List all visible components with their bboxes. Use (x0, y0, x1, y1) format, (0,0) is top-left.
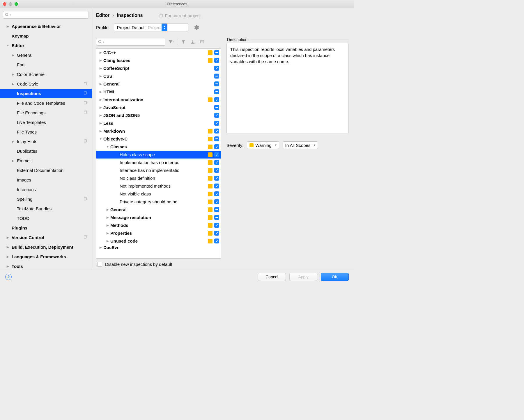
inspection-label: Hides class scope (117, 152, 208, 157)
inspection-row[interactable]: No class definition (96, 174, 221, 182)
sidebar-item[interactable]: Images (0, 175, 92, 185)
inspection-row[interactable]: ▶Markdown (96, 127, 221, 135)
reset-button[interactable] (198, 38, 206, 46)
inspection-checkbox[interactable] (214, 215, 219, 220)
profile-settings-button[interactable] (192, 24, 200, 31)
help-button[interactable]: ? (5, 274, 12, 280)
sidebar-item[interactable]: ▶Color Scheme (0, 70, 92, 79)
inspection-row[interactable]: Not visible class (96, 190, 221, 198)
breadcrumb-parent[interactable]: Editor (96, 13, 109, 18)
sidebar-item[interactable]: ▶Inlay Hints (0, 137, 92, 146)
inspection-row[interactable]: ▶C/C++ (96, 49, 221, 56)
sidebar-item[interactable]: TextMate Bundles (0, 204, 92, 213)
inspection-row[interactable]: Hides class scope (96, 151, 221, 159)
sidebar-item[interactable]: Live Templates (0, 118, 92, 127)
inspections-tree[interactable]: ▶C/C++▶Clang Issues▶CoffeeScript▶CSS▶Gen… (96, 48, 221, 259)
inspection-row[interactable]: Not implemented methods (96, 182, 221, 190)
sidebar-item[interactable]: ▶Tools (0, 261, 92, 270)
sidebar-item[interactable]: File Encodings (0, 108, 92, 118)
scope-select[interactable]: In All Scopes ▼ (283, 141, 318, 149)
inspection-row[interactable]: ▶CSS (96, 72, 221, 80)
sidebar-item[interactable]: TODO (0, 213, 92, 223)
sidebar-item[interactable]: Duplicates (0, 146, 92, 156)
inspections-search[interactable]: ▾ (96, 38, 165, 46)
inspection-checkbox[interactable] (214, 168, 219, 173)
disclosure-icon: ▶ (105, 216, 110, 219)
inspection-row[interactable]: Private category should be ne (96, 198, 221, 206)
sidebar-item[interactable]: ▶Build, Execution, Deployment (0, 242, 92, 252)
disable-new-checkbox[interactable] (97, 262, 102, 267)
sidebar-item[interactable]: ▶Keymap (0, 31, 92, 41)
inspection-checkbox[interactable] (214, 81, 219, 86)
inspection-row[interactable]: ▶Less (96, 119, 221, 127)
inspection-checkbox[interactable] (214, 160, 219, 165)
inspection-checkbox[interactable] (214, 129, 219, 134)
inspection-row[interactable]: ▶Properties (96, 229, 221, 237)
severity-chip-icon (208, 168, 213, 173)
inspection-checkbox[interactable] (214, 184, 219, 188)
inspection-row[interactable]: ▶HTML (96, 88, 221, 96)
inspection-checkbox[interactable] (214, 97, 219, 102)
inspection-row[interactable]: ▶CoffeeScript (96, 64, 221, 72)
inspection-row[interactable]: ▼Classes (96, 143, 221, 151)
sidebar-item[interactable]: File and Code Templates (0, 98, 92, 108)
inspection-checkbox[interactable] (214, 105, 219, 110)
inspection-row[interactable]: Interface has no implementatio (96, 166, 221, 174)
sidebar-item-label: Live Templates (17, 120, 46, 125)
inspection-checkbox[interactable] (214, 144, 219, 149)
inspection-checkbox[interactable] (214, 199, 219, 204)
sidebar-item[interactable]: Spelling (0, 194, 92, 204)
inspection-row[interactable]: Implementation has no interfac (96, 159, 221, 166)
inspection-checkbox[interactable] (214, 207, 219, 212)
filter-button[interactable]: ▾ (167, 38, 175, 46)
inspection-checkbox[interactable] (214, 89, 219, 94)
profile-label: Profile: (96, 25, 110, 30)
apply-button[interactable]: Apply (289, 273, 317, 281)
inspection-checkbox[interactable] (214, 239, 219, 243)
inspection-checkbox[interactable] (214, 176, 219, 181)
sidebar-item[interactable]: Intentions (0, 185, 92, 194)
inspection-row[interactable]: ▶General (96, 80, 221, 88)
inspection-row[interactable]: ▼Objective-C (96, 135, 221, 143)
sidebar-item[interactable]: ▶Code Style (0, 79, 92, 89)
sidebar-item[interactable]: ▶Emmet (0, 156, 92, 165)
profile-select[interactable]: Project Default Project ▲▼ (114, 23, 188, 31)
inspection-checkbox[interactable] (214, 50, 219, 55)
inspection-row[interactable]: ▶General (96, 206, 221, 213)
expand-all-button[interactable] (180, 38, 187, 46)
ok-button[interactable]: OK (321, 273, 349, 281)
inspection-row[interactable]: ▶JSON and JSON5 (96, 111, 221, 119)
sidebar-item[interactable]: ▶Plugins (0, 223, 92, 233)
inspection-checkbox[interactable] (214, 136, 219, 141)
sidebar-item[interactable]: ▼Editor (0, 41, 92, 50)
inspection-row[interactable]: ▶Methods (96, 221, 221, 229)
inspection-checkbox[interactable] (214, 223, 219, 228)
inspection-checkbox[interactable] (214, 121, 219, 126)
collapse-all-button[interactable] (189, 38, 196, 46)
inspection-row[interactable]: ▶Clang Issues (96, 56, 221, 64)
inspection-checkbox[interactable] (214, 231, 219, 236)
cancel-button[interactable]: Cancel (258, 273, 286, 281)
sidebar-search[interactable]: ▾ (3, 11, 89, 19)
inspection-row[interactable]: ▶JavaScript (96, 104, 221, 111)
inspection-checkbox[interactable] (214, 74, 219, 79)
sidebar-item[interactable]: ▶Version Control (0, 233, 92, 242)
inspection-checkbox[interactable] (214, 113, 219, 118)
sidebar-item[interactable]: ▶General (0, 50, 92, 60)
inspection-checkbox[interactable] (214, 58, 219, 63)
inspection-checkbox[interactable] (214, 191, 219, 196)
sidebar-item[interactable]: Font (0, 60, 92, 70)
sidebar-item[interactable]: Inspections (0, 89, 92, 98)
inspection-row[interactable]: ▶Message resolution (96, 213, 221, 221)
sidebar-item[interactable]: External Documentation (0, 165, 92, 175)
severity-select[interactable]: Warning ▼ (247, 141, 279, 149)
inspection-row[interactable]: ▶Unused code (96, 237, 221, 245)
profile-stepper[interactable]: ▲▼ (162, 23, 167, 31)
severity-chip-icon (208, 192, 213, 196)
sidebar-item[interactable]: File Types (0, 127, 92, 137)
sidebar-item[interactable]: ▶Appearance & Behavior (0, 22, 92, 31)
sidebar-item[interactable]: ▶Languages & Frameworks (0, 252, 92, 261)
inspection-checkbox[interactable] (214, 152, 219, 157)
inspection-checkbox[interactable] (214, 66, 219, 71)
inspection-row[interactable]: ▶Internationalization (96, 96, 221, 104)
